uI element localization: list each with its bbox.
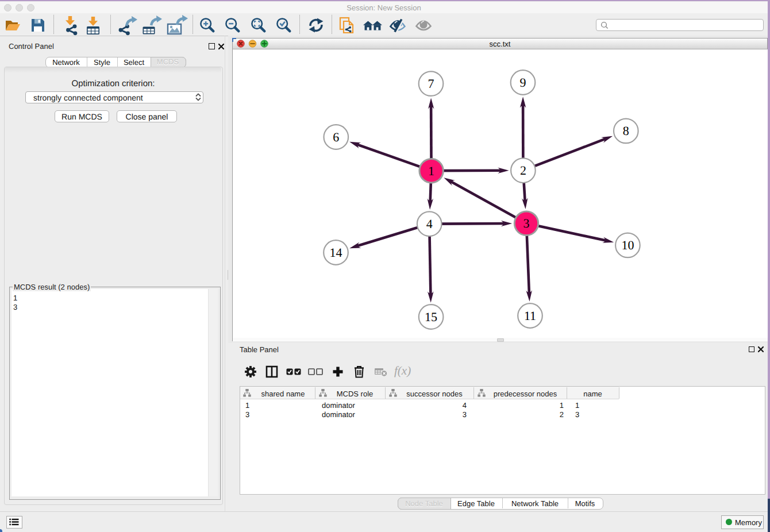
- svg-text:6: 6: [333, 130, 339, 144]
- svg-text:14: 14: [330, 245, 342, 260]
- svg-text:4: 4: [426, 217, 433, 231]
- svg-text:10: 10: [621, 238, 634, 252]
- svg-text:2: 2: [520, 163, 526, 178]
- svg-text:9: 9: [520, 75, 526, 90]
- svg-text:8: 8: [623, 124, 629, 138]
- svg-text:15: 15: [425, 310, 437, 324]
- svg-text:1: 1: [428, 164, 434, 178]
- svg-text:7: 7: [428, 76, 434, 91]
- svg-text:11: 11: [524, 309, 536, 323]
- svg-text:3: 3: [523, 216, 530, 230]
